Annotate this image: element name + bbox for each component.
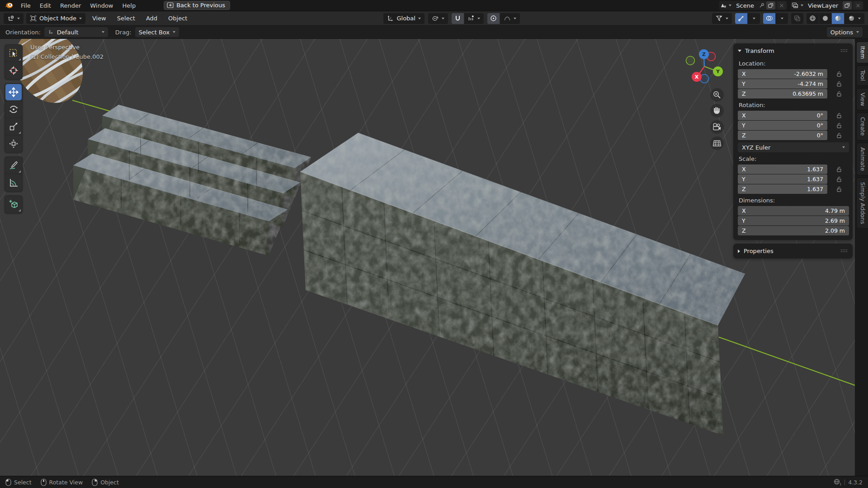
viewlayer-remove-button: ✕ (854, 1, 863, 9)
menu-help[interactable]: Help (118, 1, 141, 10)
chevron-down-icon (726, 18, 728, 19)
xray-toggle[interactable] (791, 13, 803, 24)
snap-with-dropdown[interactable] (464, 13, 484, 24)
lock-location-y-button[interactable] (836, 81, 842, 87)
properties-panel-header[interactable]: Properties (733, 246, 853, 256)
tab-tool[interactable]: Tool (856, 66, 868, 85)
lock-rotation-x-button[interactable] (836, 113, 842, 119)
tool-move[interactable] (5, 84, 22, 100)
tab-create[interactable]: Create (856, 113, 868, 141)
axis-y-label: Y (716, 69, 720, 75)
show-gizmo-toggle[interactable] (735, 13, 747, 24)
tool-scale[interactable] (5, 118, 22, 135)
tool-add-cube[interactable] (5, 196, 22, 212)
location-x-field[interactable]: X -2.6032 m (738, 69, 827, 79)
panel-drag-handle[interactable] (841, 49, 848, 53)
rotation-mode-dropdown[interactable]: XYZ Euler (738, 142, 849, 152)
axis-minus-x-ball[interactable] (686, 56, 695, 65)
tool-rotate[interactable] (5, 101, 22, 117)
tab-view[interactable]: View (856, 88, 868, 111)
tool-cursor[interactable] (5, 62, 22, 79)
tab-item[interactable]: Item (856, 42, 868, 63)
camera-view-button[interactable] (710, 120, 724, 134)
menu-window[interactable]: Window (85, 1, 118, 10)
pin-icon[interactable] (759, 3, 764, 9)
menu-add[interactable]: Add (142, 13, 161, 23)
annotate-pen-icon (9, 160, 19, 170)
scene-duplicate-button[interactable] (766, 1, 775, 9)
tool-select-box[interactable] (5, 45, 22, 61)
tool-annotate[interactable] (5, 157, 22, 174)
shading-solid-button[interactable] (819, 13, 831, 24)
tool-flyout-indicator (19, 131, 21, 134)
view-axis-gizmo[interactable]: Z Y X (686, 49, 723, 83)
proportional-falloff-dropdown[interactable] (500, 13, 520, 24)
rotation-y-field[interactable]: Y 0° (738, 121, 827, 130)
viewlayer-duplicate-button[interactable] (843, 1, 852, 9)
transform-panel-header[interactable]: Transform (733, 46, 853, 57)
tab-simply-addons[interactable]: Simply Addons (856, 178, 868, 229)
proportional-editing-toggle[interactable] (487, 13, 500, 24)
menu-render[interactable]: Render (56, 1, 85, 10)
axis-label: Y (742, 176, 745, 183)
lock-scale-y-button[interactable] (836, 176, 842, 183)
scene-selector[interactable]: Scene ✕ (719, 1, 787, 10)
dimensions-z-field[interactable]: Z 2.09 m (738, 226, 849, 235)
location-y-field[interactable]: Y -4.274 m (738, 79, 827, 89)
drag-dropdown[interactable]: Select Box (135, 27, 179, 37)
scale-z-field[interactable]: Z 1.637 (738, 184, 827, 194)
tool-transform[interactable] (5, 136, 22, 152)
shading-rendered-button[interactable] (844, 13, 864, 24)
panel-drag-handle[interactable] (841, 249, 848, 253)
object-visibility-dropdown[interactable] (712, 13, 732, 24)
menu-object[interactable]: Object (164, 13, 191, 23)
menu-file[interactable]: File (16, 1, 35, 10)
lock-scale-z-button[interactable] (836, 186, 842, 192)
rotation-x-field[interactable]: X 0° (738, 111, 827, 120)
viewlayer-selector[interactable]: ViewLayer ✕ (791, 1, 863, 10)
shading-wireframe-button[interactable] (807, 13, 819, 24)
dimensions-y-field[interactable]: Y 2.69 m (738, 216, 849, 225)
lock-scale-x-button[interactable] (836, 166, 842, 173)
pivot-point-dropdown[interactable] (428, 13, 448, 24)
scale-x-field[interactable]: X 1.637 (738, 164, 827, 174)
orientation-dropdown[interactable]: Default (44, 27, 108, 37)
blender-logo-icon[interactable] (5, 2, 14, 9)
scene-name: Scene (733, 2, 757, 9)
rotation-z-field[interactable]: Z 0° (738, 131, 827, 140)
shading-material-button[interactable] (832, 13, 844, 24)
move-icon (9, 87, 19, 97)
lock-location-x-button[interactable] (836, 71, 842, 77)
gizmo-options-dropdown[interactable] (748, 13, 760, 24)
orthographic-toggle-button[interactable] (710, 136, 724, 150)
network-status-icon[interactable]: 1 (833, 479, 841, 486)
unlock-icon (836, 113, 842, 119)
location-z-field[interactable]: Z 0.63695 m (738, 89, 827, 99)
lock-rotation-y-button[interactable] (836, 122, 842, 129)
viewport-3d[interactable]: User Perspective (1) Collection | Cube.0… (0, 39, 868, 476)
editor-type-dropdown[interactable] (4, 13, 24, 24)
axis-label: Z (742, 132, 746, 139)
tab-animate[interactable]: Animate (856, 143, 868, 175)
lock-rotation-z-button[interactable] (836, 132, 842, 139)
zoom-button[interactable] (710, 88, 724, 102)
axis-value: 4.79 m (825, 207, 845, 214)
axis-label: Y (742, 80, 745, 87)
mode-selector-dropdown[interactable]: Object Mode (26, 13, 85, 24)
snap-toggle[interactable] (452, 13, 464, 24)
tool-measure[interactable] (5, 174, 22, 191)
menu-edit[interactable]: Edit (35, 1, 56, 10)
options-dropdown[interactable]: Options (827, 27, 863, 37)
axis-label: X (742, 207, 746, 214)
transform-orientation-dropdown[interactable]: Global (383, 13, 424, 24)
overlays-options-dropdown[interactable] (776, 13, 788, 24)
menu-view[interactable]: View (88, 13, 110, 23)
measure-icon (9, 178, 19, 188)
menu-select[interactable]: Select (113, 13, 139, 23)
scale-y-field[interactable]: Y 1.637 (738, 174, 827, 184)
show-overlays-toggle[interactable] (763, 13, 775, 24)
pan-button[interactable] (710, 104, 724, 117)
back-to-previous-button[interactable]: Back to Previous (164, 1, 230, 10)
lock-location-z-button[interactable] (836, 91, 842, 97)
dimensions-x-field[interactable]: X 4.79 m (738, 206, 849, 216)
